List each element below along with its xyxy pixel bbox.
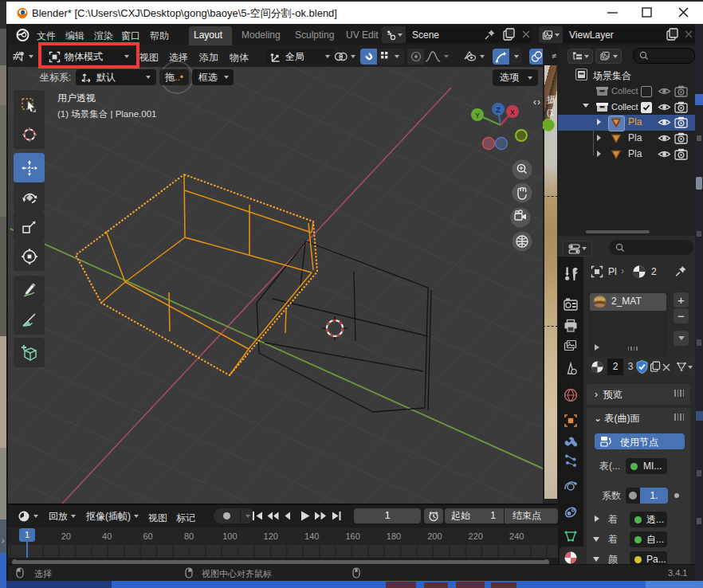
svg-text:40: 40 [102,531,112,541]
svg-text:100: 100 [222,531,237,541]
svg-text:120: 120 [264,531,278,541]
svg-text:180: 180 [387,531,401,541]
svg-text:200: 200 [427,531,442,541]
svg-text:160: 160 [345,531,359,541]
svg-text:220: 220 [469,531,483,541]
svg-text:240: 240 [509,531,524,541]
svg-text:Y: Y [475,112,480,120]
svg-text:20: 20 [61,531,71,541]
svg-text:60: 60 [143,531,152,541]
svg-text:Z: Z [496,106,501,114]
svg-text:X: X [510,108,515,116]
svg-text:140: 140 [304,531,319,541]
svg-text:80: 80 [184,531,194,541]
